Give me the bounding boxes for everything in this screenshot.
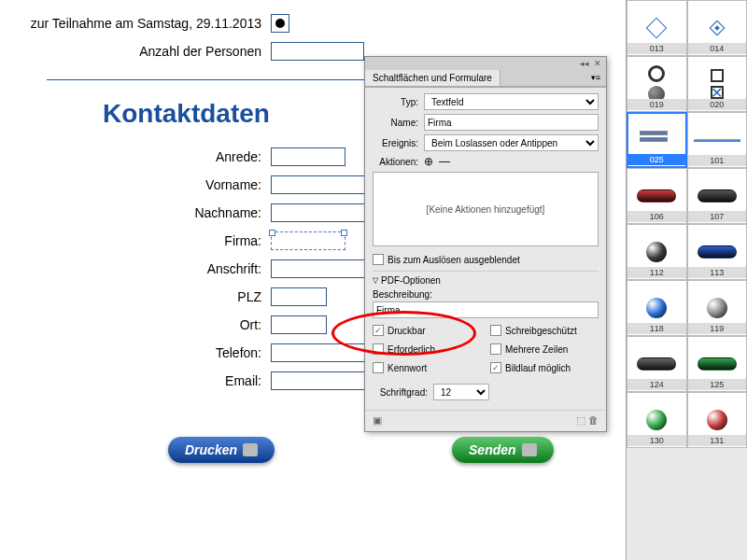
library-item-020[interactable]: ✕020 (687, 56, 748, 112)
library-item-118[interactable]: 118 (627, 280, 687, 336)
name-label: Name: (373, 118, 424, 128)
participation-label: zur Teilnahme am Samstag, 29.11.2013 (0, 16, 271, 31)
label-nachname: Nachname: (0, 205, 271, 220)
library-item-014[interactable]: 014 (687, 0, 748, 56)
library-item-106[interactable]: 106 (627, 168, 687, 224)
label-vorname: Vorname: (0, 177, 271, 192)
send-button[interactable]: Senden (452, 437, 554, 463)
library-item-113[interactable]: 113 (687, 224, 748, 280)
opt-erforderlich[interactable]: Erforderlich (373, 343, 481, 355)
opt-bildlauf[interactable]: ✓Bildlauf möglich (490, 362, 599, 373)
add-action-icon[interactable]: ⊕ (424, 155, 433, 168)
field-plz[interactable] (271, 287, 327, 306)
library-item-119[interactable]: 119 (687, 280, 748, 336)
button-library-panel: 013014019✕020025101106107112113118119124… (626, 0, 747, 560)
schriftgrad-label: Schriftgrad: (373, 387, 433, 398)
field-firma[interactable] (271, 231, 345, 250)
library-item-101[interactable]: 101 (687, 112, 748, 168)
opt-schreibgeschuetzt[interactable]: Schreibgeschützt (490, 325, 599, 336)
library-item-112[interactable]: 112 (627, 224, 687, 280)
print-icon (243, 443, 258, 456)
typ-label: Typ: (373, 97, 424, 107)
panel-header: ◂◂✕ Schaltflächen und Formulare▾≡ (365, 57, 606, 88)
persons-field[interactable] (271, 42, 364, 61)
ereignis-select[interactable]: Beim Loslassen oder Antippen (424, 134, 599, 151)
hide-until-checkbox[interactable]: Bis zum Auslösen ausgeblendet (373, 254, 599, 265)
library-item-013[interactable]: 013 (627, 0, 687, 56)
print-button[interactable]: Drucken (168, 437, 275, 463)
participation-checkbox[interactable] (271, 14, 289, 33)
close-icon[interactable]: ✕ (593, 59, 602, 68)
persons-label: Anzahl der Personen (0, 44, 271, 59)
library-item-019[interactable]: 019 (627, 56, 687, 112)
label-firma: Firma: (0, 233, 271, 248)
field-ort[interactable] (271, 315, 327, 334)
properties-panel: ◂◂✕ Schaltflächen und Formulare▾≡ Typ:Te… (364, 56, 607, 432)
field-anrede[interactable] (271, 147, 345, 166)
collapse-icon[interactable]: ◂◂ (580, 59, 589, 68)
opt-druckbar[interactable]: ✓Druckbar (373, 325, 481, 336)
panel-menu-icon[interactable]: ▾≡ (585, 70, 606, 86)
convert-icon[interactable]: ⬚ (576, 414, 585, 426)
send-icon (522, 443, 537, 456)
library-item-107[interactable]: 107 (687, 168, 748, 224)
label-telefon: Telefon: (0, 345, 271, 360)
label-anrede: Anrede: (0, 149, 271, 164)
remove-action-icon[interactable]: — (439, 155, 450, 168)
label-plz: PLZ (0, 289, 271, 304)
opt-mehrere[interactable]: Mehrere Zeilen (490, 343, 599, 355)
label-ort: Ort: (0, 317, 271, 332)
desc-label: Beschreibung: (373, 289, 599, 300)
ereignis-label: Ereignis: (373, 138, 424, 148)
name-input[interactable] (424, 114, 599, 131)
send-button-label: Senden (469, 442, 516, 457)
library-item-025[interactable]: 025 (627, 112, 687, 168)
library-item-125[interactable]: 125 (687, 336, 748, 392)
opt-kennwort[interactable]: Kennwort (373, 362, 481, 373)
preview-icon[interactable]: ▣ (373, 414, 386, 427)
library-item-130[interactable]: 130 (627, 392, 687, 448)
aktionen-label: Aktionen: (373, 157, 424, 167)
library-item-124[interactable]: 124 (627, 336, 687, 392)
library-item-131[interactable]: 131 (687, 392, 748, 448)
pdf-section-header[interactable]: PDF-Optionen (373, 275, 599, 286)
panel-tab[interactable]: Schaltflächen und Formulare (365, 70, 500, 86)
label-email: Email: (0, 373, 271, 388)
label-anschrift: Anschrift: (0, 261, 271, 276)
trash-icon[interactable]: 🗑 (588, 414, 599, 426)
typ-select[interactable]: Textfeld (424, 93, 599, 110)
schriftgrad-select[interactable]: 12 (433, 384, 489, 400)
desc-input[interactable] (373, 301, 599, 318)
actions-list[interactable]: [Keine Aktionen hinzugefügt] (373, 172, 599, 246)
print-button-label: Drucken (185, 442, 237, 457)
